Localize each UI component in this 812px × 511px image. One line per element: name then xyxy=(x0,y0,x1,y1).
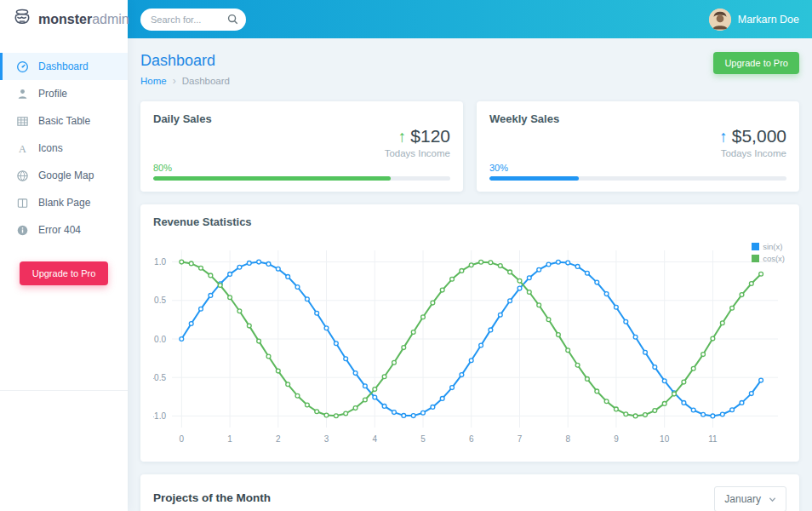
month-select-value: January xyxy=(724,493,761,505)
sidebar-item-label: Blank Page xyxy=(38,197,90,209)
breadcrumb-home-link[interactable]: Home xyxy=(140,76,167,86)
svg-text:0: 0 xyxy=(180,434,185,444)
svg-text:5: 5 xyxy=(420,434,426,444)
monster-icon xyxy=(11,8,33,31)
sidebar-item-label: Icons xyxy=(38,142,63,154)
svg-text:2: 2 xyxy=(276,434,281,444)
stat-amount: $5,000 xyxy=(732,126,786,146)
sidebar-nav: DashboardProfileBasic TableAIconsGoogle … xyxy=(0,38,128,244)
stat-progress-block: 30% xyxy=(489,163,786,181)
columns-icon xyxy=(16,197,29,210)
sidebar: monsteradmin DashboardProfileBasic Table… xyxy=(0,0,128,511)
stat-card-title: Weekly Sales xyxy=(489,112,786,125)
sidebar-item-google-map[interactable]: Google Map xyxy=(0,162,128,189)
stat-subtitle: Todays Income xyxy=(153,148,450,158)
search-box xyxy=(140,9,246,31)
legend-swatch xyxy=(752,255,759,262)
stat-card-title: Daily Sales xyxy=(153,112,450,125)
legend-item: sin(x) xyxy=(752,242,785,251)
sidebar-item-dashboard[interactable]: Dashboard xyxy=(0,53,128,80)
progress-bar xyxy=(489,176,786,181)
breadcrumb: Home › Dashboard xyxy=(140,75,230,87)
stat-cards-row: Daily Sales ↑ $120 Todays Income 80% Wee… xyxy=(140,101,799,192)
table-icon xyxy=(16,115,29,128)
app-window: monsteradmin DashboardProfileBasic Table… xyxy=(0,0,812,511)
stat-card: Daily Sales ↑ $120 Todays Income 80% xyxy=(140,101,463,192)
main-column: Markarn Doe Dashboard Home › Dashboard U… xyxy=(128,0,812,511)
progress-fill xyxy=(153,176,391,181)
revenue-statistics-card: Revenue Statistics sin(x)cos(x) 1.00.50.… xyxy=(140,204,799,462)
breadcrumb-current: Dashboard xyxy=(182,76,230,86)
svg-text:1: 1 xyxy=(227,434,232,444)
page-title: Dashboard xyxy=(140,52,230,70)
stat-card: Weekly Sales ↑ $5,000 Todays Income 30% xyxy=(477,101,799,192)
globe-icon xyxy=(16,169,29,182)
page-title-block: Dashboard Home › Dashboard xyxy=(140,52,230,87)
trend-up-icon: ↑ xyxy=(398,129,407,145)
chevron-down-icon xyxy=(769,496,776,503)
stat-amount-row: ↑ $5,000 xyxy=(489,126,786,146)
month-select[interactable]: January xyxy=(714,486,786,511)
sidebar-item-label: Google Map xyxy=(38,169,94,181)
sidebar-item-error-404[interactable]: Error 404 xyxy=(0,216,128,244)
svg-text:10: 10 xyxy=(660,434,670,444)
legend-label: sin(x) xyxy=(763,242,782,251)
svg-text:1.0: 1.0 xyxy=(154,257,166,267)
stat-subtitle: Todays Income xyxy=(489,148,786,158)
stat-progress-block: 80% xyxy=(153,163,450,181)
page-header: Dashboard Home › Dashboard Upgrade to Pr… xyxy=(140,52,799,87)
svg-text:9: 9 xyxy=(614,434,619,444)
legend-swatch xyxy=(752,243,759,250)
svg-text:-0.5: -0.5 xyxy=(153,373,166,382)
speedometer-icon xyxy=(16,60,29,73)
svg-text:4: 4 xyxy=(372,434,377,444)
sidebar-item-icons[interactable]: AIcons xyxy=(0,135,128,162)
svg-text:A: A xyxy=(19,142,26,154)
brand-name-bold: monster xyxy=(38,12,92,26)
revenue-chart: 1.00.50.0-0.5-1.001234567891011 xyxy=(153,240,786,453)
brand-logo[interactable]: monsteradmin xyxy=(0,0,128,38)
sidebar-item-label: Dashboard xyxy=(38,60,89,72)
svg-text:6: 6 xyxy=(469,434,474,444)
progress-fill xyxy=(489,176,579,181)
sidebar-item-blank-page[interactable]: Blank Page xyxy=(0,189,128,216)
sidebar-item-profile[interactable]: Profile xyxy=(0,80,128,107)
page-content: Dashboard Home › Dashboard Upgrade to Pr… xyxy=(128,38,812,511)
svg-text:11: 11 xyxy=(708,434,718,444)
letter-a-icon: A xyxy=(16,142,29,155)
svg-text:0.5: 0.5 xyxy=(154,296,166,305)
user-icon xyxy=(16,88,29,100)
sidebar-upgrade-button[interactable]: Upgrade to Pro xyxy=(20,261,109,285)
stat-amount-row: ↑ $120 xyxy=(153,126,450,146)
svg-text:3: 3 xyxy=(324,434,329,444)
trend-up-icon: ↑ xyxy=(719,129,728,145)
brand-name: monsteradmin xyxy=(38,12,129,27)
stat-percent-label: 30% xyxy=(489,163,786,173)
header-upgrade-button[interactable]: Upgrade to Pro xyxy=(713,52,799,74)
user-name: Markarn Doe xyxy=(738,14,799,26)
svg-text:8: 8 xyxy=(565,434,570,444)
stat-percent-label: 80% xyxy=(153,163,450,173)
svg-text:7: 7 xyxy=(518,434,523,444)
projects-title: Projects of the Month xyxy=(153,491,271,504)
brand-name-light: admin xyxy=(92,12,129,26)
svg-text:0.0: 0.0 xyxy=(154,335,166,344)
sidebar-item-label: Profile xyxy=(38,88,67,100)
progress-bar xyxy=(153,176,450,181)
svg-text:-1.0: -1.0 xyxy=(153,411,166,421)
info-icon xyxy=(16,224,29,237)
chevron-right-icon: › xyxy=(173,75,176,87)
sidebar-item-label: Basic Table xyxy=(38,115,90,127)
stat-amount: $120 xyxy=(410,126,450,146)
topbar: Markarn Doe xyxy=(128,0,812,38)
sidebar-item-basic-table[interactable]: Basic Table xyxy=(0,107,128,135)
sidebar-item-label: Error 404 xyxy=(38,224,81,236)
legend-label: cos(x) xyxy=(763,254,785,263)
chart-title: Revenue Statistics xyxy=(153,215,786,228)
search-icon[interactable] xyxy=(227,14,238,25)
projects-card: Projects of the Month January xyxy=(140,474,799,511)
user-menu[interactable]: Markarn Doe xyxy=(709,9,799,31)
chart-legend: sin(x)cos(x) xyxy=(752,242,785,263)
legend-item: cos(x) xyxy=(752,254,785,263)
avatar xyxy=(709,9,731,31)
